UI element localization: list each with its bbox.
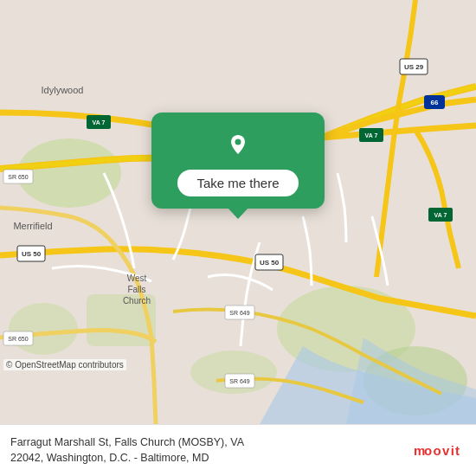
address-text: Farragut Marshall St, Falls Church (MOSB…	[10, 435, 407, 466]
svg-text:VA 7: VA 7	[434, 212, 447, 218]
svg-text:US 50: US 50	[22, 250, 42, 258]
svg-text:SR 650: SR 650	[8, 174, 28, 180]
svg-text:o: o	[434, 443, 441, 458]
svg-point-4	[9, 303, 78, 355]
moovit-logo-icon: m o o v i t	[414, 438, 466, 464]
location-pin-icon	[222, 128, 254, 161]
svg-text:VA 7: VA 7	[93, 119, 106, 125]
svg-text:West: West	[127, 273, 147, 283]
svg-text:66: 66	[431, 99, 439, 106]
svg-text:SR 649: SR 649	[229, 310, 249, 316]
svg-text:t: t	[455, 443, 460, 458]
osm-attribution: © OpenStreetMap contributors	[3, 359, 126, 370]
svg-text:US 29: US 29	[404, 63, 424, 71]
map-container: 66 66 66 VA 7 VA 7 VA 7 US 50 US 50 US 2…	[0, 0, 476, 424]
svg-text:SR 650: SR 650	[8, 336, 28, 342]
svg-text:o: o	[424, 443, 432, 458]
svg-text:i: i	[451, 443, 454, 458]
svg-text:SR 649: SR 649	[229, 378, 249, 384]
svg-point-39	[235, 139, 241, 145]
svg-text:v: v	[442, 443, 450, 458]
svg-text:Merrifield: Merrifield	[13, 221, 52, 231]
address-line2: 22042, Washington, D.C. - Baltimore, MD	[10, 451, 407, 466]
take-me-there-button[interactable]: Take me there	[177, 170, 298, 196]
svg-text:US 50: US 50	[260, 259, 280, 267]
bottom-bar: Farragut Marshall St, Falls Church (MOSB…	[0, 424, 476, 476]
address-line1: Farragut Marshall St, Falls Church (MOSB…	[10, 435, 407, 451]
svg-text:Church: Church	[123, 296, 151, 306]
svg-text:VA 7: VA 7	[365, 132, 378, 138]
svg-text:Idylywood: Idylywood	[42, 85, 84, 95]
moovit-logo: m o o v i t	[414, 438, 466, 464]
svg-text:Falls: Falls	[127, 285, 145, 294]
popup-card: Take me there	[151, 113, 325, 209]
